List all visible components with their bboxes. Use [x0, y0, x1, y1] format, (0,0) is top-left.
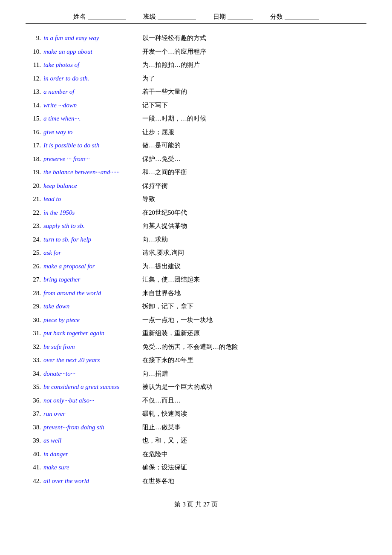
- list-item: 29.take down拆卸，记下，拿下: [26, 300, 366, 313]
- item-number: 37.: [26, 408, 41, 420]
- item-number: 27.: [26, 274, 41, 285]
- list-item: 31.put back together again重新组装，重新还原: [26, 327, 366, 340]
- item-number: 19.: [26, 167, 41, 178]
- item-number: 18.: [26, 154, 41, 165]
- item-number: 21.: [26, 194, 41, 205]
- item-number: 16.: [26, 127, 41, 138]
- item-number: 12.: [26, 73, 41, 84]
- item-meaning: 记下写下: [142, 100, 168, 111]
- item-number: 26.: [26, 261, 41, 272]
- item-meaning: 向某人提供某物: [142, 221, 187, 232]
- item-meaning: 保护…免受…: [142, 154, 181, 165]
- class-label: 班级: [143, 13, 156, 21]
- item-meaning: 在世界各地: [142, 476, 174, 487]
- item-number: 23.: [26, 221, 41, 232]
- list-item: 33.over the next 20 years在接下来的20年里: [26, 354, 366, 367]
- item-meaning: 来自世界各地: [142, 288, 181, 299]
- name-underline: [88, 20, 126, 20]
- list-item: 18.preserve ··· from···保护…免受…: [26, 152, 366, 166]
- item-phrase: write ···down: [43, 100, 137, 111]
- item-meaning: 为…拍照拍…的照片: [142, 60, 200, 71]
- date-label: 日期: [213, 13, 226, 21]
- item-meaning: 也，和，又，还: [142, 435, 187, 446]
- item-phrase: donate···to···: [43, 368, 137, 380]
- item-meaning: 请求,要求,询问: [142, 247, 184, 259]
- date-underline: [228, 20, 253, 20]
- item-phrase: turn to sb. for help: [43, 234, 137, 245]
- item-meaning: 在危险中: [142, 449, 168, 460]
- list-item: 42.all over the world在世界各地: [26, 474, 366, 488]
- item-meaning: 拆卸，记下，拿下: [142, 301, 193, 312]
- item-meaning: 为…提出建议: [142, 261, 181, 272]
- item-phrase: take down: [43, 301, 137, 312]
- item-meaning: 以一种轻松有趣的方式: [142, 33, 206, 44]
- list-item: 40.in danger在危险中: [26, 448, 366, 461]
- item-meaning: 阻止…做某事: [142, 422, 181, 433]
- item-phrase: make sure: [43, 462, 137, 473]
- list-item: 21.lead to导致: [26, 193, 366, 206]
- item-phrase: in the 1950s: [43, 207, 137, 219]
- footer: 第 3 页 共 27 页: [26, 500, 366, 509]
- item-meaning: 重新组装，重新还原: [142, 328, 200, 339]
- score-underline: [285, 20, 319, 20]
- item-phrase: over the next 20 years: [43, 355, 137, 366]
- item-number: 24.: [26, 234, 41, 245]
- score-label: 分数: [270, 13, 283, 21]
- list-item: 39.as well也，和，又，还: [26, 434, 366, 448]
- item-phrase: put back together again: [43, 328, 137, 339]
- item-phrase: run over: [43, 408, 137, 420]
- list-item: 25.ask for请求,要求,询问: [26, 246, 366, 260]
- item-number: 36.: [26, 395, 41, 406]
- item-meaning: 在接下来的20年里: [142, 355, 193, 366]
- item-number: 28.: [26, 288, 41, 299]
- item-phrase: in a fun and easy way: [43, 33, 137, 44]
- list-item: 20.keep balance保持平衡: [26, 179, 366, 193]
- item-number: 17.: [26, 140, 41, 151]
- item-number: 31.: [26, 328, 41, 339]
- item-meaning: 被认为是一个巨大的成功: [142, 382, 213, 393]
- item-number: 41.: [26, 462, 41, 473]
- list-item: 13.a number of若干一些大量的: [26, 85, 366, 99]
- list-item: 36.not only···but also···不仅…而且…: [26, 394, 366, 408]
- header: 姓名 班级 日期 分数: [26, 13, 366, 24]
- item-phrase: preserve ··· from···: [43, 154, 137, 165]
- item-meaning: 导致: [142, 194, 155, 205]
- list-item: 41.make sure确保；设法保证: [26, 461, 366, 474]
- item-meaning: 若干一些大量的: [142, 86, 187, 98]
- list-item: 16.give way to让步；屈服: [26, 126, 366, 139]
- list-item: 23.supply sth to sb.向某人提供某物: [26, 219, 366, 233]
- list-item: 30.piece by piece一点一点地，一块一块地: [26, 313, 366, 327]
- item-number: 34.: [26, 368, 41, 380]
- item-phrase: a number of: [43, 86, 137, 98]
- list-item: 34.donate···to···向…捐赠: [26, 367, 366, 381]
- list-item: 26.make a proposal for为…提出建议: [26, 260, 366, 273]
- item-meaning: 不仅…而且…: [142, 395, 181, 406]
- item-phrase: It is possible to do sth: [43, 140, 137, 151]
- item-number: 15.: [26, 113, 41, 124]
- item-number: 39.: [26, 435, 41, 446]
- item-phrase: keep balance: [43, 181, 137, 192]
- list-item: 11.take photos of为…拍照拍…的照片: [26, 58, 366, 72]
- list-item: 14.write ···down记下写下: [26, 99, 366, 112]
- item-meaning: 向…捐赠: [142, 368, 168, 380]
- list-item: 38.prevent···from doing sth阻止…做某事: [26, 421, 366, 434]
- list-item: 37.run over碾轧，快速阅读: [26, 407, 366, 421]
- item-number: 25.: [26, 247, 41, 259]
- item-phrase: lead to: [43, 194, 137, 205]
- item-number: 35.: [26, 382, 41, 393]
- item-number: 32.: [26, 342, 41, 353]
- item-meaning: 开发一个…的应用程序: [142, 46, 206, 58]
- list-item: 10.make an app about开发一个…的应用程序: [26, 45, 366, 59]
- item-phrase: in danger: [43, 449, 137, 460]
- item-number: 38.: [26, 422, 41, 433]
- item-number: 13.: [26, 86, 41, 98]
- item-number: 9.: [26, 33, 41, 44]
- item-meaning: 做…是可能的: [142, 140, 181, 151]
- name-label: 姓名: [73, 13, 86, 21]
- item-meaning: 让步；屈服: [142, 127, 174, 138]
- item-phrase: bring together: [43, 274, 137, 285]
- item-phrase: be safe from: [43, 342, 137, 353]
- item-number: 20.: [26, 181, 41, 192]
- class-field: 班级: [143, 13, 196, 21]
- item-phrase: from around the world: [43, 288, 137, 299]
